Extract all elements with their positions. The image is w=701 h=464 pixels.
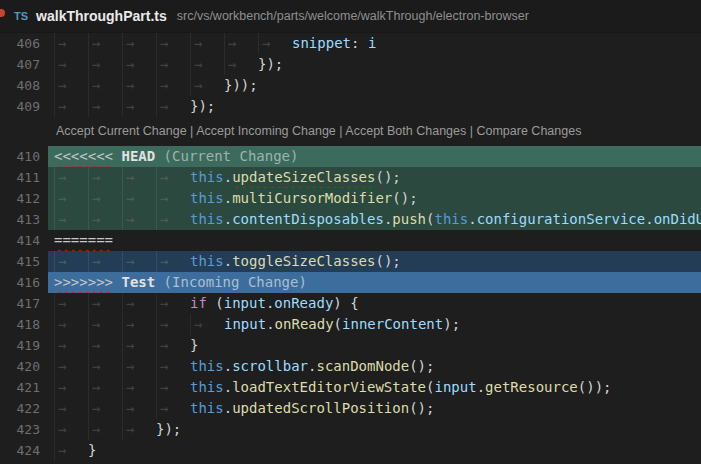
code-line[interactable]: 418→→→→→input.onReady(innerContent); <box>0 314 701 335</box>
code-line-content[interactable]: ======= <box>48 230 701 251</box>
code-line-content[interactable]: →→→→}); <box>48 96 701 117</box>
code-line[interactable]: 424→} <box>0 440 701 461</box>
code-token: . <box>468 209 476 230</box>
code-line-content[interactable]: →→→→→→→snippet: i <box>48 33 701 54</box>
code-token: ) { <box>333 293 358 314</box>
code-line-content[interactable]: →→→}); <box>48 419 701 440</box>
code-line-content[interactable]: →→→→this.multiCursorModifier(); <box>48 188 701 209</box>
line-number: 419 <box>0 335 48 356</box>
codelens-separator: | <box>466 124 476 138</box>
tab-whitespace-icon: → <box>156 54 190 75</box>
code-line[interactable]: 413→→→→this.contentDisposables.push(this… <box>0 209 701 230</box>
code-line-content[interactable]: →→→→this.scrollbar.scanDomNode(); <box>48 356 701 377</box>
code-line-content[interactable]: →→→→} <box>48 335 701 356</box>
code-token: <<<<<<< <box>54 146 113 167</box>
tab-whitespace-icon: → <box>156 377 190 398</box>
code-token: i <box>368 33 376 54</box>
code-line[interactable]: 406→→→→→→→snippet: i <box>0 33 701 54</box>
code-token: . <box>384 209 392 230</box>
code-token: multiCursorModifier <box>232 188 392 209</box>
code-token: . <box>224 398 232 419</box>
code-lines-container: 406→→→→→→→snippet: i407→→→→→→});408→→→→→… <box>0 33 701 464</box>
vscode-editor-window: TS walkThroughPart.ts src/vs/workbench/p… <box>0 0 701 464</box>
code-line[interactable]: 420→→→→this.scrollbar.scanDomNode(); <box>0 356 701 377</box>
code-token: . <box>645 209 653 230</box>
tab-whitespace-icon: → <box>88 251 122 272</box>
line-number: 422 <box>0 398 48 419</box>
code-token: })); <box>224 75 258 96</box>
tab-whitespace-icon: → <box>190 75 224 96</box>
code-line-content[interactable]: →→→→if (input.onReady) { <box>48 293 701 314</box>
code-token: (Current Change) <box>164 146 299 167</box>
code-line[interactable]: 422→→→→this.updatedScrollPosition(); <box>0 398 701 419</box>
tab-whitespace-icon: → <box>54 209 88 230</box>
code-token: HEAD <box>121 146 155 167</box>
tab-whitespace-icon: → <box>88 335 122 356</box>
line-number: 410 <box>0 146 48 167</box>
code-line-content[interactable]: →→→→this.updatedScrollPosition(); <box>48 398 701 419</box>
code-token: input <box>224 314 266 335</box>
file-path-breadcrumb: src/vs/workbench/parts/welcome/walkThrou… <box>177 9 529 23</box>
line-number: 424 <box>0 440 48 461</box>
code-token: >>>>>>> <box>54 272 113 293</box>
tab-whitespace-icon: → <box>54 419 88 440</box>
code-line[interactable]: 416>>>>>>> Test (Incoming Change) <box>0 272 701 293</box>
code-line-content[interactable]: →→→→this.toggleSizeClasses(); <box>48 251 701 272</box>
code-line-content[interactable]: →→→→this.updateSizeClasses(); <box>48 167 701 188</box>
code-line[interactable]: 412→→→→this.multiCursorModifier(); <box>0 188 701 209</box>
code-line[interactable]: 408→→→→→})); <box>0 75 701 96</box>
codelens-link-compare-changes[interactable]: Compare Changes <box>476 124 581 138</box>
line-number: 408 <box>0 75 48 96</box>
tab-whitespace-icon: → <box>54 75 88 96</box>
code-token: (); <box>375 167 400 188</box>
code-line[interactable]: 411→→→→this.updateSizeClasses(); <box>0 167 701 188</box>
tab-whitespace-icon: → <box>258 33 292 54</box>
tab-whitespace-icon: → <box>122 293 156 314</box>
code-line-content[interactable]: →→→→→input.onReady(innerContent); <box>48 314 701 335</box>
code-line[interactable]: 415→→→→this.toggleSizeClasses(); <box>0 251 701 272</box>
tab-whitespace-icon: → <box>54 356 88 377</box>
code-line-content[interactable]: →→→→this.contentDisposables.push(this.co… <box>48 209 701 230</box>
tab-whitespace-icon: → <box>156 398 190 419</box>
code-line[interactable]: 410<<<<<<< HEAD (Current Change) <box>0 146 701 167</box>
code-line[interactable]: 419→→→→} <box>0 335 701 356</box>
code-line-content[interactable]: →} <box>48 440 701 461</box>
code-token: onReady <box>274 293 333 314</box>
code-token: this <box>190 398 224 419</box>
tab-whitespace-icon: → <box>88 33 122 54</box>
code-line[interactable]: 407→→→→→→}); <box>0 54 701 75</box>
code-line[interactable]: 417→→→→if (input.onReady) { <box>0 293 701 314</box>
tab-whitespace-icon: → <box>122 188 156 209</box>
code-token: (); <box>409 356 434 377</box>
code-line-content[interactable]: >>>>>>> Test (Incoming Change) <box>48 272 701 293</box>
tab-whitespace-icon: → <box>156 356 190 377</box>
code-line-content[interactable]: <<<<<<< HEAD (Current Change) <box>48 146 701 167</box>
tab-whitespace-icon: → <box>88 209 122 230</box>
codelens-separator: | <box>336 124 346 138</box>
code-token: } <box>88 440 96 461</box>
tab-whitespace-icon: → <box>190 54 224 75</box>
code-line[interactable]: 423→→→}); <box>0 419 701 440</box>
tab-whitespace-icon: → <box>122 377 156 398</box>
code-token: ); <box>443 314 460 335</box>
codelens-link-accept-both-changes[interactable]: Accept Both Changes <box>345 124 466 138</box>
tab-whitespace-icon: → <box>54 293 88 314</box>
line-number: 418 <box>0 314 48 335</box>
code-token: ()); <box>578 377 612 398</box>
codelens-link-accept-incoming-change[interactable]: Accept Incoming Change <box>196 124 336 138</box>
code-token: this <box>190 356 224 377</box>
codelens-link-accept-current-change[interactable]: Accept Current Change <box>56 124 187 138</box>
code-token: . <box>224 188 232 209</box>
code-token: ( <box>207 293 224 314</box>
code-line[interactable]: 414======= <box>0 230 701 251</box>
code-line-content[interactable]: →→→→→→}); <box>48 54 701 75</box>
code-line[interactable]: 409→→→→}); <box>0 96 701 117</box>
code-line-content[interactable]: →→→→→})); <box>48 75 701 96</box>
line-number: 423 <box>0 419 48 440</box>
code-line-content[interactable]: →→→→this.loadTextEditorViewState(input.g… <box>48 377 701 398</box>
code-editor[interactable]: 406→→→→→→→snippet: i407→→→→→→});408→→→→→… <box>0 33 701 464</box>
code-token: if <box>190 293 207 314</box>
code-token: . <box>224 251 232 272</box>
code-line[interactable]: 421→→→→this.loadTextEditorViewState(inpu… <box>0 377 701 398</box>
tab-whitespace-icon: → <box>88 377 122 398</box>
